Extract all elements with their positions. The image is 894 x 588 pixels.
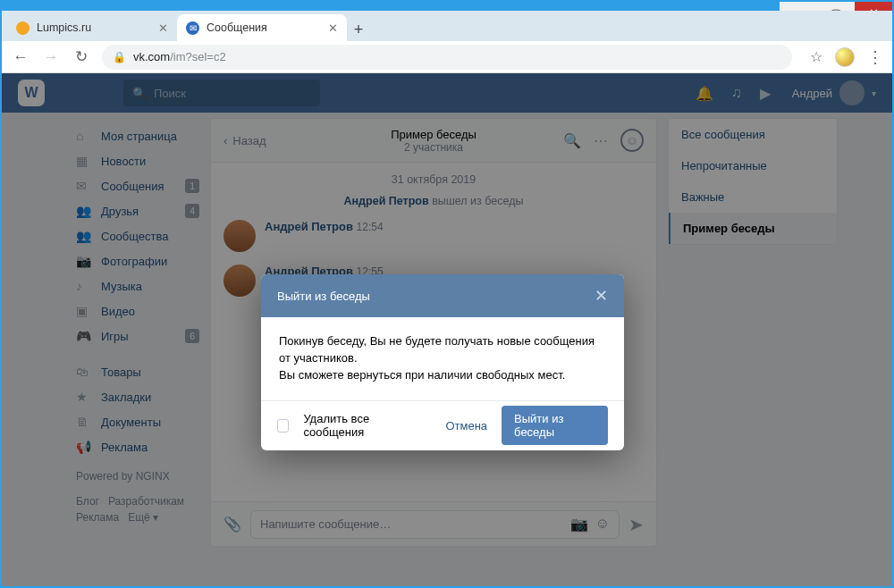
page-content: W 🔍 Поиск 🔔 ♫ ▶ Андрей ▾ ⌂Моя страница [2,73,892,586]
new-tab-button[interactable]: + [347,18,370,41]
lock-icon: 🔒 [113,51,126,63]
bookmark-star-icon[interactable]: ☆ [810,48,822,65]
cancel-button[interactable]: Отмена [445,419,487,433]
modal-body: Покинув беседу, Вы не будете получать но… [261,317,624,400]
url-path: /im?sel=c2 [170,50,226,63]
tab-close-icon[interactable]: ✕ [158,21,168,35]
tab-lumpics[interactable]: Lumpics.ru ✕ [7,14,177,41]
modal-close-icon[interactable]: ✕ [595,286,608,306]
favicon-lumpics [16,21,30,35]
tab-messages[interactable]: ✉ Сообщения ✕ [177,14,347,41]
tab-label: Lumpics.ru [37,21,91,34]
browser-menu-icon[interactable]: ⋮ [867,47,883,67]
leave-chat-modal: Выйти из беседы ✕ Покинув беседу, Вы не … [261,274,624,450]
tab-close-icon[interactable]: ✕ [328,21,338,35]
modal-header: Выйти из беседы ✕ [261,274,624,317]
modal-title: Выйти из беседы [277,290,370,303]
favicon-vk: ✉ [186,21,199,35]
url-host: vk.com [133,50,170,63]
nav-back-button[interactable]: ← [11,47,30,67]
tab-label: Сообщения [207,21,267,34]
omnibox[interactable]: 🔒 vk.com/im?sel=c2 [102,45,792,70]
delete-all-label[interactable]: Удалить все сообщения [303,412,417,439]
confirm-leave-button[interactable]: Выйти из беседы [502,406,608,445]
modal-footer: Удалить все сообщения Отмена Выйти из бе… [261,400,624,450]
tab-strip: Lumpics.ru ✕ ✉ Сообщения ✕ + [2,11,892,41]
delete-all-checkbox[interactable] [277,419,289,433]
address-bar: ← → ↻ 🔒 vk.com/im?sel=c2 ☆ ⋮ [2,41,892,73]
nav-forward-button[interactable]: → [41,47,61,67]
profile-avatar[interactable] [835,47,855,67]
nav-reload-button[interactable]: ↻ [72,47,91,67]
titlebar [2,2,892,11]
